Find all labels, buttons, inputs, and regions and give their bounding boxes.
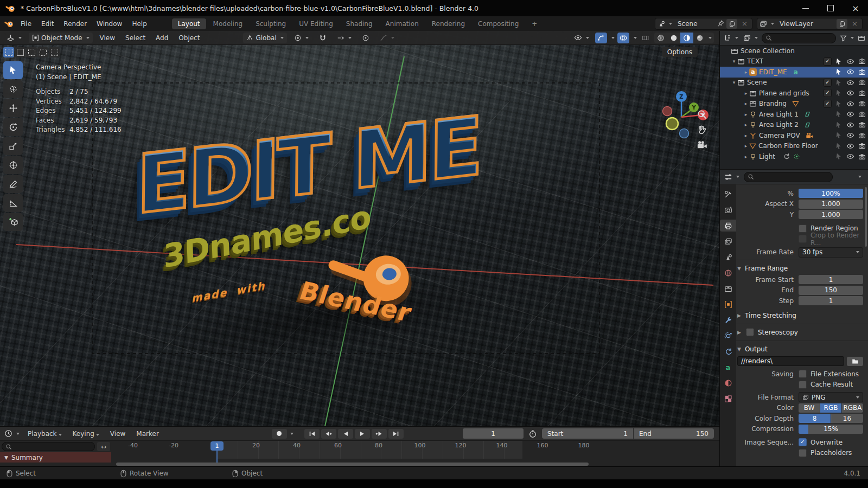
viewport-menu-view[interactable]: View <box>97 34 118 42</box>
jump-to-start-button[interactable] <box>304 429 320 439</box>
hide-eye-icon[interactable] <box>846 79 854 87</box>
current-frame-badge[interactable]: 1 <box>210 441 224 451</box>
tab-collection[interactable] <box>721 282 735 294</box>
view-layer-name[interactable]: ViewLayer <box>776 20 834 28</box>
frame-start-field[interactable]: 1 <box>799 275 863 284</box>
tab-output[interactable] <box>720 220 736 232</box>
tab-compositing[interactable]: Compositing <box>472 18 525 29</box>
shading-rendered-button[interactable] <box>693 33 706 43</box>
selectable-arrow-icon[interactable] <box>835 100 843 107</box>
timeline-menu-playback[interactable]: Playback <box>24 430 66 438</box>
frame-end-field[interactable]: 150 <box>799 286 863 295</box>
menu-edit[interactable]: Edit <box>36 20 59 28</box>
stereoscopy-section-header[interactable]: ▶Stereoscopy <box>737 326 863 338</box>
render-camera-icon[interactable] <box>858 68 866 76</box>
maximize-button[interactable] <box>818 0 843 16</box>
select-mode-lasso[interactable] <box>37 47 48 57</box>
auto-key-dropdown[interactable] <box>290 433 293 435</box>
expand-toggle[interactable]: ▸ <box>743 122 749 127</box>
placeholders-checkbox[interactable] <box>799 449 807 457</box>
editor-type-button[interactable] <box>3 33 25 43</box>
selectable-arrow-icon[interactable] <box>835 111 843 118</box>
render-camera-icon[interactable] <box>858 57 866 65</box>
color-rgba-button[interactable]: RGBA <box>842 403 863 413</box>
compression-slider[interactable]: 15% <box>799 425 863 434</box>
output-path-field[interactable]: //renders\ <box>737 356 844 366</box>
tab-world[interactable] <box>721 267 735 279</box>
viewport-menu-add[interactable]: Add <box>152 34 171 42</box>
tool-annotate[interactable] <box>3 175 23 193</box>
hide-eye-icon[interactable] <box>846 152 854 160</box>
outliner-row-plane-and-grids[interactable]: ▸ Plane and grids ✓ <box>720 88 868 99</box>
shading-material-button[interactable] <box>680 33 693 43</box>
tab-render[interactable] <box>721 204 735 216</box>
chevron-down-icon[interactable] <box>669 23 672 25</box>
selectable-arrow-icon[interactable] <box>835 79 843 86</box>
file-extensions-checkbox[interactable] <box>799 370 807 378</box>
render-camera-icon[interactable] <box>858 79 866 86</box>
outliner-row-edit-me[interactable]: ▸ a EDIT_ME a <box>720 67 868 78</box>
collection-checkbox[interactable]: ✓ <box>824 57 832 66</box>
properties-context-dropdown[interactable] <box>858 176 861 178</box>
play-reverse-button[interactable] <box>338 429 353 439</box>
color-bw-button[interactable]: BW <box>799 403 820 413</box>
play-button[interactable] <box>355 429 370 439</box>
depth-16-button[interactable]: 16 <box>831 414 863 423</box>
open-folder-button[interactable] <box>847 357 863 366</box>
zoom-icon[interactable] <box>697 109 707 120</box>
viewport-menu-object[interactable]: Object <box>175 34 203 42</box>
selectable-arrow-icon[interactable] <box>835 143 843 150</box>
collection-checkbox[interactable]: ✓ <box>824 100 832 108</box>
output-section-header[interactable]: ▼Output <box>737 343 863 355</box>
expand-toggle[interactable]: ▸ <box>743 91 749 96</box>
tab-layout[interactable]: Layout <box>172 18 206 29</box>
outliner-filter-button[interactable] <box>839 33 855 43</box>
hide-eye-icon[interactable] <box>846 142 854 150</box>
xray-toggle[interactable] <box>640 33 652 43</box>
scene-icon[interactable] <box>658 20 665 28</box>
hide-eye-icon[interactable] <box>846 89 854 97</box>
outliner-search-input[interactable] <box>762 33 836 43</box>
gizmo-axis-x-neg[interactable] <box>663 107 672 116</box>
tab-shading[interactable]: Shading <box>340 18 379 29</box>
gizmo-axis-y-neg[interactable] <box>666 118 678 130</box>
tab-modifiers[interactable] <box>721 314 735 326</box>
menu-window[interactable]: Window <box>92 20 127 28</box>
add-workspace-button[interactable]: + <box>526 18 543 29</box>
jump-to-end-button[interactable] <box>388 429 404 439</box>
tool-rotate[interactable] <box>3 118 23 136</box>
select-mode-extend[interactable] <box>49 47 60 57</box>
visibility-dropdown[interactable] <box>571 33 592 43</box>
selectable-arrow-icon[interactable] <box>835 121 843 129</box>
new-collection-icon[interactable] <box>858 34 865 42</box>
properties-editor-type[interactable] <box>723 171 741 182</box>
pan-hand-icon[interactable] <box>697 124 707 135</box>
mode-selector[interactable]: Object Mode <box>29 33 93 43</box>
aspect-y-field[interactable]: 1.000 <box>799 210 863 219</box>
transform-orientation-selector[interactable]: Global <box>243 33 286 43</box>
outliner-scope-selector[interactable] <box>742 33 759 43</box>
aspect-x-field[interactable]: 1.000 <box>799 200 863 209</box>
hide-eye-icon[interactable] <box>846 100 854 108</box>
shading-solid-button[interactable] <box>667 33 680 43</box>
tool-cursor[interactable] <box>3 80 23 98</box>
outliner-row-area-light-1[interactable]: ▸ Area Light 1 <box>720 109 868 120</box>
tab-constraints[interactable] <box>721 345 735 357</box>
expand-toggle[interactable]: ▸ <box>743 112 749 117</box>
tab-uv-editing[interactable]: UV Editing <box>293 18 339 29</box>
hide-eye-icon[interactable] <box>846 57 854 66</box>
tool-transform[interactable] <box>3 156 23 174</box>
render-camera-icon[interactable] <box>858 111 866 118</box>
properties-search-input[interactable] <box>744 172 833 182</box>
select-mode-tweak[interactable] <box>3 47 14 57</box>
expand-toggle[interactable]: ▸ <box>743 143 749 149</box>
timeline-menu-marker[interactable]: Marker <box>132 430 162 438</box>
select-mode-circle[interactable] <box>26 47 37 57</box>
pivot-point-selector[interactable] <box>291 33 312 43</box>
minimize-button[interactable] <box>793 0 818 16</box>
auto-key-record-button[interactable] <box>272 429 287 439</box>
selectable-arrow-icon[interactable] <box>835 153 843 160</box>
chevron-down-icon[interactable] <box>771 23 774 25</box>
shading-dropdown[interactable] <box>709 37 712 39</box>
crop-checkbox[interactable] <box>799 235 807 243</box>
